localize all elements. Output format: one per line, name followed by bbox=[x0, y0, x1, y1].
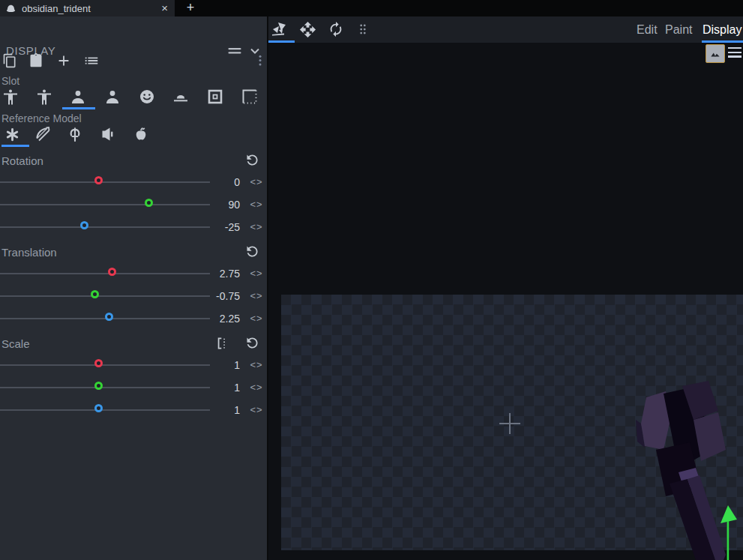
translation-z-slider[interactable] bbox=[105, 313, 113, 321]
tab-edit[interactable]: Edit bbox=[637, 23, 658, 37]
scale-z-value[interactable]: 1 bbox=[204, 404, 240, 416]
tab-paint[interactable]: Paint bbox=[665, 23, 692, 37]
megaphone-icon[interactable] bbox=[98, 125, 116, 143]
scale-y-slider[interactable] bbox=[94, 382, 103, 390]
tab-close-icon[interactable]: × bbox=[161, 1, 168, 16]
slider-track[interactable] bbox=[0, 409, 210, 411]
slider-track[interactable] bbox=[0, 181, 210, 183]
slider-track[interactable] bbox=[0, 364, 210, 366]
code-input-icon[interactable]: <> bbox=[248, 290, 265, 301]
gui-icon[interactable] bbox=[241, 88, 259, 106]
reset-scale-icon[interactable] bbox=[243, 334, 261, 352]
translation-y-slider[interactable] bbox=[91, 290, 99, 298]
tab-bar: obsidian_trident × + bbox=[0, 0, 743, 16]
translation-x-row: 2.75 <> bbox=[0, 267, 267, 280]
scale-z-slider[interactable] bbox=[94, 404, 103, 412]
bow-icon[interactable] bbox=[34, 125, 52, 143]
head-smiley-icon[interactable] bbox=[138, 88, 156, 106]
active-mode-underline bbox=[702, 40, 743, 43]
translation-x-slider[interactable] bbox=[108, 268, 116, 276]
slot-label: Slot bbox=[1, 75, 19, 87]
paste-icon[interactable] bbox=[27, 52, 45, 70]
third-person-left-icon[interactable] bbox=[35, 88, 53, 106]
translation-z-row: 2.25 <> bbox=[0, 312, 267, 325]
first-person-left-icon[interactable] bbox=[103, 88, 121, 106]
slot-selected-underline bbox=[62, 107, 95, 109]
translation-x-value[interactable]: 2.75 bbox=[204, 268, 240, 280]
model-tab[interactable]: obsidian_trident × bbox=[0, 0, 175, 16]
code-input-icon[interactable]: <> bbox=[248, 199, 265, 210]
add-icon[interactable] bbox=[55, 52, 73, 70]
code-input-icon[interactable]: <> bbox=[248, 404, 265, 415]
active-tool-underline bbox=[268, 40, 295, 43]
new-tab-button[interactable]: + bbox=[181, 0, 200, 16]
slider-track[interactable] bbox=[0, 273, 210, 274]
translation-y-row: -0.75 <> bbox=[0, 289, 267, 303]
crosshair-icon bbox=[509, 413, 511, 434]
translation-label: Translation bbox=[1, 246, 57, 259]
rotation-z-value[interactable]: -25 bbox=[204, 221, 240, 233]
rotation-x-value[interactable]: 0 bbox=[204, 176, 240, 188]
scale-x-row: 1 <> bbox=[0, 358, 267, 372]
slider-track[interactable] bbox=[0, 226, 210, 228]
scale-z-row: 1 <> bbox=[0, 403, 267, 417]
tab-title: obsidian_trident bbox=[22, 3, 91, 14]
scale-y-row: 1 <> bbox=[0, 381, 267, 394]
scale-label: Scale bbox=[1, 337, 30, 350]
item-frame-icon[interactable] bbox=[206, 88, 224, 106]
scale-y-value[interactable]: 1 bbox=[204, 382, 240, 394]
asterisk-icon[interactable] bbox=[3, 125, 21, 143]
reference-selected-underline bbox=[1, 145, 29, 147]
rotation-x-row: 0 <> bbox=[0, 175, 267, 189]
code-input-icon[interactable]: <> bbox=[248, 382, 265, 393]
rotation-x-slider[interactable] bbox=[94, 176, 103, 184]
move-tool-icon[interactable] bbox=[298, 20, 316, 38]
rotation-y-row: 90 <> bbox=[0, 198, 267, 211]
code-input-icon[interactable]: <> bbox=[248, 313, 265, 324]
rotation-z-row: -25 <> bbox=[0, 220, 267, 234]
slider-track[interactable] bbox=[0, 295, 210, 297]
first-person-right-icon[interactable] bbox=[69, 88, 87, 106]
viewport-menu-icon[interactable] bbox=[728, 47, 743, 59]
flip-icon[interactable] bbox=[214, 334, 232, 352]
copy-icon[interactable] bbox=[1, 52, 19, 70]
apple-icon[interactable] bbox=[132, 125, 150, 143]
model-icon bbox=[5, 3, 16, 14]
rotation-label: Rotation bbox=[1, 154, 43, 167]
code-input-icon[interactable]: <> bbox=[248, 268, 265, 279]
drag-dots-icon[interactable] bbox=[354, 20, 372, 38]
origami-bird-tool-icon[interactable] bbox=[270, 20, 288, 38]
tab-display[interactable]: Display bbox=[703, 23, 742, 37]
app-window: obsidian_trident × + DISPLAY Slot bbox=[0, 0, 743, 560]
slider-track[interactable] bbox=[0, 204, 210, 205]
scale-x-slider[interactable] bbox=[94, 359, 103, 367]
third-person-right-icon[interactable] bbox=[1, 88, 19, 106]
reference-model-label: Reference Model bbox=[1, 112, 82, 124]
y-axis-gizmo-arrow[interactable] bbox=[715, 501, 743, 560]
trident-icon[interactable] bbox=[66, 125, 84, 143]
reset-translation-icon[interactable] bbox=[243, 242, 261, 260]
drag-handle-icon[interactable] bbox=[226, 42, 244, 60]
code-input-icon[interactable]: <> bbox=[248, 221, 265, 232]
slider-track[interactable] bbox=[0, 387, 210, 388]
reset-rotation-icon[interactable] bbox=[243, 151, 261, 169]
display-panel: DISPLAY Slot bbox=[0, 16, 267, 560]
translation-y-value[interactable]: -0.75 bbox=[204, 290, 240, 302]
rotation-z-slider[interactable] bbox=[80, 221, 88, 229]
rotation-y-slider[interactable] bbox=[145, 199, 153, 207]
translation-z-value[interactable]: 2.25 bbox=[204, 313, 240, 325]
image-icon bbox=[709, 47, 722, 61]
reference-image-button[interactable] bbox=[706, 44, 725, 63]
code-input-icon[interactable]: <> bbox=[248, 176, 265, 187]
list-icon[interactable] bbox=[82, 52, 100, 70]
scale-x-value[interactable]: 1 bbox=[204, 359, 240, 371]
code-input-icon[interactable]: <> bbox=[248, 359, 265, 370]
ground-icon[interactable] bbox=[172, 88, 190, 106]
rotation-y-value[interactable]: 90 bbox=[204, 199, 240, 211]
rotate-tool-icon[interactable] bbox=[327, 20, 345, 38]
